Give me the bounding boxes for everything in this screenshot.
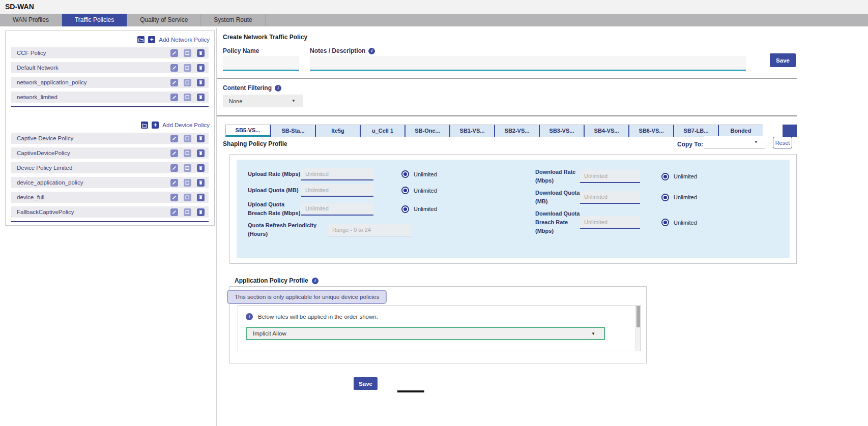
tab-system-route[interactable]: System Route: [201, 14, 265, 26]
copy-icon[interactable]: [184, 135, 191, 142]
upload-quota-breach-input[interactable]: [301, 203, 373, 216]
edit-icon[interactable]: [170, 135, 178, 142]
network-policy-row[interactable]: CCF Policy: [11, 47, 209, 58]
copy-to-select[interactable]: ▼: [704, 136, 765, 148]
interface-tab[interactable]: SB5-VS...: [225, 125, 270, 137]
unlimited-radio[interactable]: [401, 205, 409, 213]
cutoff-element: [397, 390, 424, 392]
copy-icon[interactable]: [184, 179, 191, 187]
edit-icon[interactable]: [170, 149, 178, 157]
delete-icon[interactable]: [197, 179, 205, 187]
interface-tab[interactable]: SB-Sta...: [270, 125, 315, 137]
chevron-down-icon: ▼: [754, 140, 758, 144]
copy-icon[interactable]: [184, 49, 191, 57]
unlimited-radio[interactable]: [661, 173, 669, 180]
add-network-policy-button[interactable]: +: [148, 36, 155, 43]
import-network-policy-button[interactable]: [137, 36, 144, 43]
interface-tab[interactable]: SB3-VS...: [539, 125, 584, 137]
info-icon[interactable]: i: [368, 48, 375, 54]
add-device-policy-link[interactable]: Add Device Policy: [162, 122, 210, 128]
download-rate-input[interactable]: [580, 170, 640, 183]
device-policy-row[interactable]: CaptiveDevicePolicy: [11, 147, 209, 159]
import-device-policy-button[interactable]: [141, 121, 148, 129]
info-icon: i: [246, 313, 253, 320]
tab-traffic-policies[interactable]: Traffic Policies: [62, 14, 127, 26]
interface-tab[interactable]: SB7-LB...: [673, 125, 718, 137]
reset-button[interactable]: Reset: [773, 137, 792, 148]
upload-rate-input[interactable]: [301, 168, 373, 180]
edit-icon[interactable]: [170, 49, 178, 57]
scrollbar[interactable]: [635, 306, 640, 351]
divider: [217, 78, 797, 79]
delete-icon[interactable]: [197, 135, 205, 142]
delete-icon[interactable]: [197, 49, 205, 57]
quota-refresh-input[interactable]: [328, 224, 411, 236]
copy-icon[interactable]: [184, 79, 191, 86]
save-button[interactable]: Save: [770, 53, 796, 67]
policy-name-label: Policy Name: [223, 47, 259, 54]
unlimited-radio[interactable]: [661, 219, 669, 226]
device-policy-row[interactable]: FallbackCaptivePolicy: [11, 206, 209, 218]
delete-icon[interactable]: [197, 79, 205, 86]
policy-name-input[interactable]: [223, 56, 299, 71]
delete-icon[interactable]: [197, 149, 205, 157]
interface-tab[interactable]: SB2-VS...: [494, 125, 539, 137]
interface-tab[interactable]: SB1-VS...: [449, 125, 494, 137]
info-icon[interactable]: i: [312, 278, 319, 284]
delete-icon[interactable]: [197, 194, 205, 201]
delete-icon[interactable]: [197, 94, 205, 101]
edit-icon[interactable]: [170, 194, 178, 201]
chevron-down-icon: ▼: [591, 331, 595, 336]
interface-tab[interactable]: SB-One...: [404, 125, 449, 137]
delete-icon[interactable]: [197, 164, 205, 172]
info-icon[interactable]: i: [275, 85, 281, 92]
device-policy-row[interactable]: Device Policy Limited: [11, 162, 209, 173]
scrollbar-thumb[interactable]: [636, 306, 640, 327]
add-network-policy-link[interactable]: Add Network Policy: [159, 37, 210, 43]
edit-icon[interactable]: [170, 164, 178, 172]
edit-icon[interactable]: [170, 208, 178, 216]
interface-tab[interactable]: SB6-VS...: [628, 125, 673, 137]
field-label: Upload Rate (Mbps): [248, 170, 301, 178]
unlimited-radio[interactable]: [401, 170, 409, 178]
network-policy-row[interactable]: network_limited: [11, 92, 209, 103]
edit-icon[interactable]: [170, 79, 178, 86]
network-policy-row[interactable]: Default Network: [11, 62, 209, 73]
notes-input[interactable]: [310, 56, 746, 71]
unlimited-radio[interactable]: [401, 187, 409, 194]
copy-icon[interactable]: [184, 208, 191, 216]
copy-icon[interactable]: [184, 164, 191, 172]
tab-scroll-button[interactable]: [783, 125, 797, 137]
copy-icon[interactable]: [184, 94, 191, 101]
edit-icon[interactable]: [170, 179, 178, 187]
interface-tab[interactable]: SB4-VS...: [584, 125, 628, 137]
device-policy-row[interactable]: device_full: [11, 192, 209, 203]
rule-select[interactable]: Implicit Allow ▼: [246, 327, 605, 340]
download-quota-breach-input[interactable]: [580, 216, 640, 229]
tab-quality-of-service[interactable]: Quality of Service: [127, 14, 201, 26]
upload-quota-input[interactable]: [301, 184, 373, 197]
field-label: Upload Quota (MB): [248, 186, 301, 195]
device-policy-row[interactable]: device_application_policy: [11, 177, 209, 188]
interface-tab[interactable]: lte5g: [315, 125, 360, 137]
device-policy-row[interactable]: Captive Device Policy: [11, 133, 209, 144]
content-filtering-select[interactable]: None ▼: [223, 95, 303, 107]
delete-icon[interactable]: [197, 64, 205, 72]
upload-quota-breach-row: Upload Quota Breach Rate (Mbps) Unlimite…: [248, 200, 535, 218]
download-quota-input[interactable]: [580, 191, 640, 204]
field-label: Download Quota (MB): [535, 189, 580, 206]
add-device-policy-button[interactable]: +: [152, 121, 159, 129]
copy-icon[interactable]: [184, 194, 191, 201]
tab-wan-profiles[interactable]: WAN Profiles: [0, 14, 62, 26]
save-policy-button[interactable]: Save: [354, 377, 378, 390]
copy-icon[interactable]: [184, 149, 191, 157]
edit-icon[interactable]: [170, 94, 178, 101]
interface-tab[interactable]: u_Cell 1: [360, 125, 404, 137]
delete-icon[interactable]: [197, 208, 205, 216]
network-policy-row[interactable]: network_application_policy: [11, 77, 209, 88]
unlimited-radio[interactable]: [661, 194, 669, 201]
edit-icon[interactable]: [170, 64, 178, 72]
interface-tab[interactable]: Bonded: [718, 125, 763, 137]
copy-to-label: Copy To:: [677, 141, 703, 148]
copy-icon[interactable]: [184, 64, 191, 72]
